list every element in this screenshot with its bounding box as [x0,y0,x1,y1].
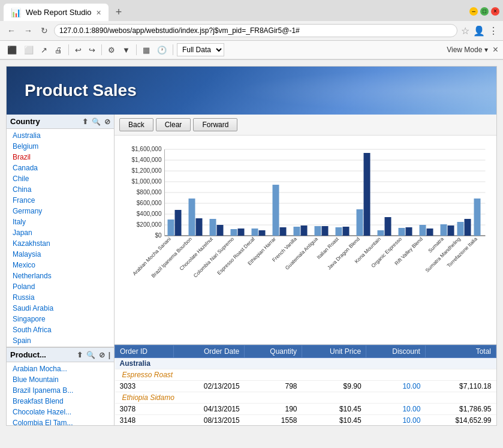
country-item[interactable]: France [7,195,114,206]
toolbar-right: View Mode ▾ × [447,44,498,55]
bar [252,228,258,236]
product-item[interactable]: Blue Mountain [7,374,114,385]
main-content: Product Sales Country ⬆ 🔍 ⊘ AustraliaBel… [6,66,497,426]
country-item[interactable]: Russia [7,292,114,303]
new-tab-button[interactable]: + [111,4,127,21]
bar [474,199,481,236]
forward-button[interactable]: Forward [193,118,237,131]
country-list: AustraliaBelgiumBrazilCanadaChileChinaFr… [7,129,114,347]
refresh-btn[interactable]: ↻ [38,25,50,37]
window-close-btn[interactable]: × [491,7,499,16]
browser-tab[interactable]: 📊 Web Report Studio × [4,4,109,21]
product-search-icon[interactable]: 🔍 [86,351,95,359]
bookmark-btn[interactable]: ☆ [461,25,469,37]
toolbar-sep2 [101,44,102,55]
svg-text:Colombia Nari Supremo: Colombia Nari Supremo [192,236,235,278]
tab-close-btn[interactable]: × [97,8,101,17]
product-item[interactable]: Arabian Mocha... [7,363,114,374]
bar [406,227,412,236]
report-header: Product Sales [7,67,496,115]
country-item[interactable]: China [7,184,114,195]
toolbar-export[interactable]: ⬜ [22,44,36,56]
product-more-icon[interactable]: ⊘ [99,351,105,359]
toolbar-close-btn[interactable]: × [493,44,498,55]
browser-menu-btn[interactable]: ⋮ [489,25,498,37]
toolbar-clock[interactable]: 🕐 [155,44,169,56]
view-mode-btn[interactable]: View Mode ▾ [447,46,487,54]
country-item[interactable]: Malaysia [7,249,114,260]
forward-nav-btn[interactable]: → [22,25,35,37]
toolbar-undo[interactable]: ↩ [73,44,84,56]
full-data-select[interactable]: Full Data [177,43,224,56]
svg-text:Arabian Mocha Sanani: Arabian Mocha Sanani [131,236,172,276]
toolbar-nav-left[interactable]: ⬛ [5,44,19,56]
country-item[interactable]: Canada [7,163,114,173]
svg-text:$800,000: $800,000 [137,189,162,196]
col-quantity: Quantity [245,345,302,358]
window-maximize-btn[interactable]: □ [480,7,489,16]
product-sort-icon[interactable]: ⬆ [77,351,83,359]
col-total: Total [425,345,496,358]
bar [441,224,447,236]
bar [448,225,454,236]
bar [343,227,350,236]
country-item[interactable]: Mexico [7,260,114,270]
toolbar-funnel[interactable]: ▼ [120,44,132,56]
country-item[interactable]: Kazakhstan [7,238,114,249]
country-item[interactable]: Thailand [7,346,114,347]
window-minimize-btn[interactable]: – [469,7,478,16]
profile-btn[interactable]: 👤 [473,25,485,37]
toolbar-layout[interactable]: ▦ [140,44,152,56]
country-item[interactable]: Japan [7,227,114,238]
product-list: Arabian Mocha...Blue MountainBrazil Ipan… [7,362,114,425]
country-item[interactable]: Italy [7,217,114,227]
toolbar-redo[interactable]: ↪ [86,44,98,56]
bar [465,219,471,236]
country-item[interactable]: Chile [7,173,114,184]
bar [315,226,321,236]
chart-container: $1,600,000 $1,400,000 $1,200,000 $1,000,… [115,140,496,308]
table-subgroup-header: Espresso Roast [115,369,496,381]
product-item[interactable]: Colombia El Tam... [7,417,114,425]
back-button[interactable]: Back [119,118,153,131]
bar [238,228,245,236]
data-table-section: Order ID Order Date Quantity Unit Price … [115,344,496,425]
header-decoration [203,67,496,115]
country-item[interactable]: Singapore [7,314,114,324]
table-row: 303302/13/2015798$9.9010.00$7,110.18 [115,381,496,392]
toolbar-print[interactable]: 🖨 [52,44,65,56]
country-sort-icon[interactable]: ⬆ [82,118,88,126]
country-item[interactable]: Poland [7,281,114,292]
svg-text:$400,000: $400,000 [137,211,162,217]
country-item[interactable]: Australia [7,130,114,141]
country-search-icon[interactable]: 🔍 [92,118,101,126]
action-buttons: Back Clear Forward [115,115,496,136]
country-item[interactable]: Spain [7,335,114,346]
country-panel-header: Country ⬆ 🔍 ⊘ [7,115,114,129]
country-item[interactable]: Germany [7,206,114,217]
country-item[interactable]: Saudi Arabia [7,303,114,314]
svg-text:$1,600,000: $1,600,000 [131,146,161,152]
back-nav-btn[interactable]: ← [5,25,18,37]
country-item[interactable]: Netherlands [7,270,114,281]
bar [168,220,174,236]
product-item[interactable]: Chocolate Hazel... [7,407,114,417]
toolbar-sep1 [68,44,69,55]
product-item[interactable]: Brazil Ipanema B... [7,385,114,396]
toolbar-share[interactable]: ↗ [38,44,50,56]
product-item[interactable]: Breakfast Blend [7,396,114,407]
clear-button[interactable]: Clear [156,118,191,131]
country-item[interactable]: Brazil [7,152,114,163]
chart-area: $1,600,000 $1,400,000 $1,200,000 $1,000,… [115,136,496,344]
table-row: 307804/13/2015190$10.4510.00$1,786.95 [115,404,496,415]
toolbar-filter[interactable]: ⚙ [106,44,118,56]
address-bar: ← → ↻ ☆ 👤 ⋮ [0,21,503,41]
bar [280,227,287,236]
bar [385,217,391,236]
left-panel: Country ⬆ 🔍 ⊘ AustraliaBelgiumBrazilCana… [7,115,115,425]
country-item[interactable]: Belgium [7,141,114,152]
country-more-icon[interactable]: ⊘ [104,118,110,126]
bar [364,153,371,236]
url-input[interactable] [54,24,457,37]
country-item[interactable]: South Africa [7,324,114,335]
